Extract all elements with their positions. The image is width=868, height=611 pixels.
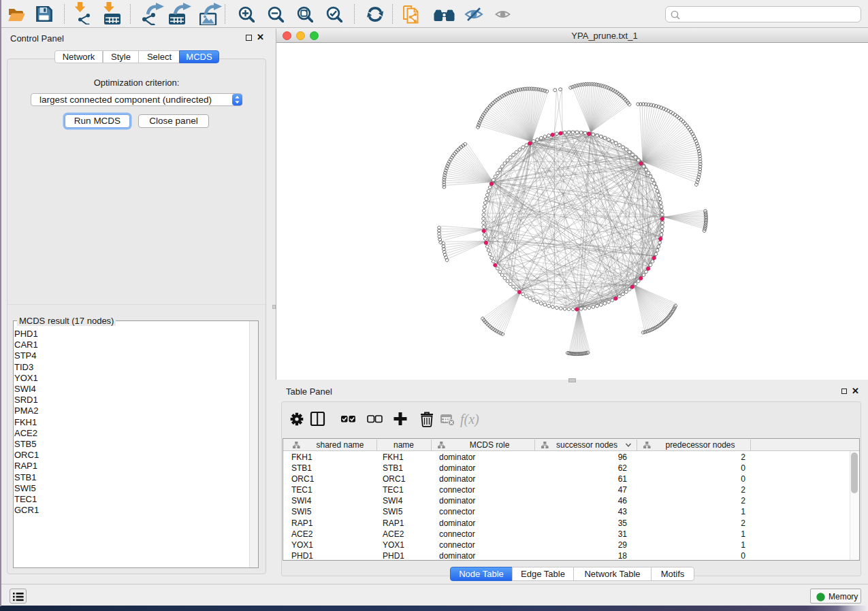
svg-text:f(x): f(x) bbox=[460, 412, 479, 427]
